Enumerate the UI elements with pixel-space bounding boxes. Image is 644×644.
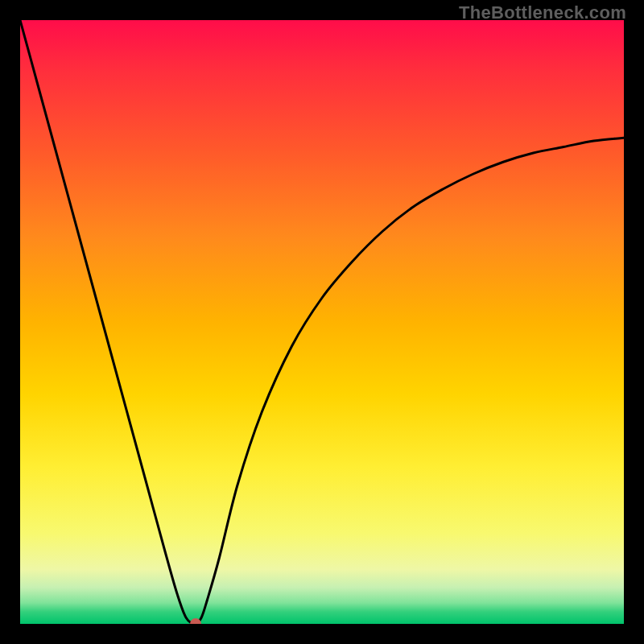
- chart-frame: TheBottleneck.com: [0, 0, 644, 644]
- watermark-text: TheBottleneck.com: [459, 2, 626, 23]
- optimal-point-marker: [190, 618, 201, 624]
- plot-area: [20, 20, 624, 624]
- bottleneck-curve: [20, 20, 624, 624]
